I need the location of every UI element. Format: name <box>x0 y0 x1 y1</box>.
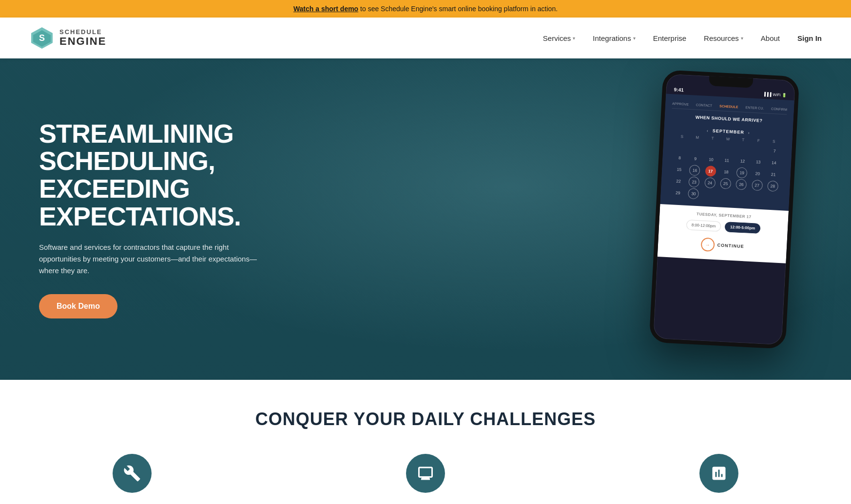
next-month-icon[interactable]: › <box>748 131 750 135</box>
chevron-down-icon: ▾ <box>741 36 743 41</box>
phone-signal-icons: ▐▐▐ WiFi 🔋 <box>763 92 787 98</box>
continue-label: CONTINUE <box>717 243 744 249</box>
continue-arrow-icon: → <box>700 238 715 252</box>
hero-section: STREAMLINING SCHEDULING, EXCEEDING EXPEC… <box>0 58 851 380</box>
phone-screen-dark: APPROVE CONTACT SCHEDULE ENTER CU. CONFI… <box>660 93 794 211</box>
logo-engine: ENGINE <box>59 36 106 47</box>
chart-icon <box>710 465 728 482</box>
hero-subtitle: Software and services for contractors th… <box>39 242 263 277</box>
cal-cell[interactable] <box>675 141 686 152</box>
hero-title: STREAMLINING SCHEDULING, EXCEEDING EXPEC… <box>39 120 263 230</box>
cal-cell[interactable] <box>690 141 701 152</box>
nav-item-integrations[interactable]: Integrations ▾ <box>593 34 635 42</box>
cal-cell <box>751 191 762 203</box>
logo-schedule: SCHEDULE <box>59 29 106 36</box>
cal-cell <box>704 189 715 200</box>
cal-cell-19[interactable]: 19 <box>736 167 748 178</box>
cal-cell[interactable] <box>706 142 717 153</box>
cal-cell-16[interactable]: 16 <box>689 165 700 176</box>
chevron-down-icon: ▾ <box>573 36 575 41</box>
cal-cell[interactable]: 13 <box>753 156 764 168</box>
cal-cell-25[interactable]: 25 <box>720 178 731 189</box>
svg-text:S: S <box>39 33 45 43</box>
cal-cell <box>719 189 731 201</box>
tools-icon-circle <box>113 454 152 493</box>
nav-item-services[interactable]: Services ▾ <box>543 34 576 42</box>
cal-cell[interactable]: 8 <box>674 152 685 164</box>
calendar-month: SEPTEMBER <box>713 129 744 135</box>
cal-cell <box>767 192 778 204</box>
phone-calendar: ‹ SEPTEMBER › S M T W T F S <box>667 122 786 205</box>
nav-item-resources[interactable]: Resources ▾ <box>704 34 743 42</box>
cal-cell-30[interactable]: 30 <box>688 188 699 199</box>
logo-icon: S <box>29 25 55 51</box>
cal-cell[interactable]: 10 <box>705 154 716 165</box>
bottom-title: CONQUER YOUR DAILY CHALLENGES <box>10 409 841 429</box>
cal-cell[interactable] <box>737 144 749 155</box>
prev-month-icon[interactable]: ‹ <box>707 128 709 132</box>
phone-time: 9:41 <box>674 87 684 93</box>
phone-mockup: 9:41 ▐▐▐ WiFi 🔋 APPROVE CONTACT SCHEDULE… <box>649 70 800 349</box>
cal-cell[interactable] <box>722 143 733 154</box>
calendar-grid: 7 8 9 10 11 12 13 14 15 16 17 18 <box>667 140 785 204</box>
cal-cell[interactable]: 14 <box>768 157 779 168</box>
cal-cell[interactable]: 7 <box>769 146 780 157</box>
icons-row <box>10 454 841 493</box>
screen-icon-circle <box>406 454 445 493</box>
cal-cell-17-today[interactable]: 17 <box>705 166 716 177</box>
cal-cell[interactable]: 20 <box>752 168 763 179</box>
nav-item-signin[interactable]: Sign In <box>797 34 822 42</box>
cal-cell[interactable]: 9 <box>690 153 701 164</box>
chart-icon-circle <box>699 454 738 493</box>
bottom-section: CONQUER YOUR DAILY CHALLENGES <box>0 380 851 504</box>
cal-cell-26[interactable]: 26 <box>735 179 747 190</box>
cal-cell[interactable]: 15 <box>674 164 685 175</box>
chevron-down-icon: ▾ <box>633 36 636 41</box>
cal-cell[interactable]: 11 <box>721 155 733 166</box>
hero-content: STREAMLINING SCHEDULING, EXCEEDING EXPEC… <box>0 120 302 319</box>
continue-button[interactable]: → CONTINUE <box>665 236 780 255</box>
book-demo-button[interactable]: Book Demo <box>39 294 117 318</box>
cal-cell[interactable]: 22 <box>673 175 684 187</box>
banner-text: to see Schedule Engine's smart online bo… <box>360 5 558 13</box>
time-slot-morning[interactable]: 8:00-12:00pm <box>686 220 721 232</box>
screen-icon <box>417 465 434 482</box>
cal-cell-24[interactable]: 24 <box>704 177 716 188</box>
nav-links: Services ▾ Integrations ▾ Enterprise Res… <box>543 34 822 42</box>
demo-link[interactable]: Watch a short demo <box>293 5 358 13</box>
cal-cell[interactable] <box>753 145 764 156</box>
cal-cell-28[interactable]: 28 <box>767 181 778 192</box>
phone-mockup-container: 9:41 ▐▐▐ WiFi 🔋 APPROVE CONTACT SCHEDULE… <box>656 73 793 346</box>
top-banner: Watch a short demo to see Schedule Engin… <box>0 0 851 18</box>
cal-cell-27[interactable]: 27 <box>752 180 763 191</box>
cal-cell[interactable]: 12 <box>737 155 748 167</box>
tools-icon <box>123 465 141 482</box>
time-slot-afternoon[interactable]: 12:00-5:00pm <box>725 222 761 234</box>
phone-screen-white: TUESDAY, SEPTEMBER 17 8:00-12:00pm 12:00… <box>658 204 789 263</box>
nav-item-about[interactable]: About <box>761 34 780 42</box>
navbar: S SCHEDULE ENGINE Services ▾ Integration… <box>0 18 851 58</box>
nav-item-enterprise[interactable]: Enterprise <box>653 34 686 42</box>
cal-cell <box>735 190 746 202</box>
cal-cell[interactable]: 29 <box>672 187 683 198</box>
cal-cell[interactable]: 18 <box>720 167 732 178</box>
cal-cell[interactable]: 21 <box>768 169 779 180</box>
cal-cell-23[interactable]: 23 <box>689 176 700 187</box>
time-slots: 8:00-12:00pm 12:00-5:00pm <box>666 219 781 235</box>
logo[interactable]: S SCHEDULE ENGINE <box>29 25 106 51</box>
